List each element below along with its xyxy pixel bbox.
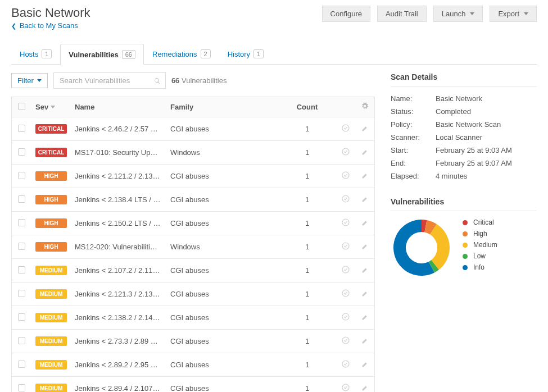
gear-icon[interactable] — [361, 102, 369, 110]
caret-down-icon — [37, 79, 42, 82]
clock-icon[interactable] — [341, 383, 350, 392]
legend-dot-icon — [463, 220, 468, 225]
table-row[interactable]: MEDIUMJenkins < 2.89.2 / 2.95 Multip…CGI… — [11, 353, 375, 377]
col-count[interactable]: Count — [278, 103, 336, 111]
row-checkbox[interactable] — [18, 243, 25, 250]
detail-value: Basic Network Scan — [436, 120, 501, 129]
detail-row: Start:February 25 at 9:03 AM — [391, 144, 537, 157]
table-row[interactable]: CRITICALMS17-010: Security Update f…Wind… — [11, 141, 375, 165]
vuln-name: MS17-010: Security Update f… — [70, 148, 166, 157]
pencil-icon[interactable] — [361, 290, 369, 297]
svg-point-2 — [342, 172, 349, 179]
legend-label: Info — [473, 263, 484, 271]
pencil-icon[interactable] — [361, 172, 369, 179]
clock-icon[interactable] — [341, 265, 350, 274]
tab-remed-badge: 2 — [201, 49, 211, 58]
table-row[interactable]: CRITICALJenkins < 2.46.2 / 2.57 and Je…C… — [11, 117, 375, 141]
row-checkbox[interactable] — [18, 219, 25, 226]
vuln-count: 1 — [278, 195, 336, 204]
pencil-icon[interactable] — [361, 195, 369, 203]
row-checkbox[interactable] — [18, 266, 25, 274]
clock-icon[interactable] — [341, 171, 350, 180]
row-checkbox[interactable] — [18, 195, 25, 203]
table-row[interactable]: HIGHJenkins < 2.138.4 LTS / 2.150.…CGI a… — [11, 188, 375, 212]
severity-badge: MEDIUM — [35, 266, 67, 275]
detail-key: Status: — [391, 107, 436, 116]
detail-key: Start: — [391, 146, 436, 154]
vuln-count: 1 — [278, 219, 336, 227]
tab-history-badge: 1 — [253, 49, 264, 58]
svg-point-10 — [342, 361, 349, 367]
legend-label: High — [473, 230, 487, 238]
severity-badge: MEDIUM — [35, 289, 67, 299]
launch-button[interactable]: Launch — [433, 6, 483, 22]
pencil-icon[interactable] — [361, 148, 369, 156]
vuln-count: 1 — [278, 313, 336, 322]
table-row[interactable]: HIGHMS12-020: Vulnerabilities in …Window… — [11, 235, 375, 259]
vuln-family: Windows — [166, 148, 278, 157]
tab-history[interactable]: History 1 — [219, 43, 273, 64]
clock-icon[interactable] — [341, 218, 350, 227]
pencil-icon[interactable] — [361, 384, 369, 391]
pencil-icon[interactable] — [361, 243, 369, 250]
clock-icon[interactable] — [341, 359, 350, 368]
row-checkbox[interactable] — [18, 125, 25, 132]
row-checkbox[interactable] — [18, 148, 25, 156]
tab-hosts-badge: 1 — [42, 49, 52, 58]
clock-icon[interactable] — [341, 147, 350, 156]
configure-button[interactable]: Configure — [322, 6, 370, 22]
clock-icon[interactable] — [341, 194, 350, 203]
export-button[interactable]: Export — [490, 6, 537, 22]
row-checkbox[interactable] — [18, 172, 25, 179]
tab-remed-label: Remediations — [152, 50, 197, 58]
back-to-scans-link[interactable]: ❮ Back to My Scans — [11, 20, 90, 30]
pencil-icon[interactable] — [361, 266, 369, 274]
table-row[interactable]: MEDIUMJenkins < 2.107.2 / 2.116 Mul…CGI … — [11, 259, 375, 282]
row-checkbox[interactable] — [18, 361, 25, 368]
audit-trail-button[interactable]: Audit Trail — [377, 6, 427, 22]
col-name[interactable]: Name — [70, 103, 166, 111]
detail-row: Scanner:Local Scanner — [391, 131, 537, 144]
row-checkbox[interactable] — [18, 313, 25, 321]
svg-point-4 — [342, 219, 349, 226]
table-row[interactable]: MEDIUMJenkins < 2.73.3 / 2.89 Multip…CGI… — [11, 330, 375, 353]
tab-hosts[interactable]: Hosts 1 — [11, 43, 60, 64]
svg-point-0 — [342, 125, 349, 131]
pencil-icon[interactable] — [361, 337, 369, 344]
tab-vulns-label: Vulnerabilities — [69, 51, 118, 59]
pencil-icon[interactable] — [361, 125, 369, 132]
clock-icon[interactable] — [341, 312, 350, 321]
filter-button[interactable]: Filter — [11, 73, 48, 88]
row-checkbox[interactable] — [18, 337, 25, 344]
table-row[interactable]: MEDIUMJenkins < 2.89.4 / 2.107 Multi…CGI… — [11, 377, 375, 392]
row-checkbox[interactable] — [18, 384, 25, 391]
clock-icon[interactable] — [341, 336, 350, 345]
row-checkbox[interactable] — [18, 290, 25, 297]
tab-remediations[interactable]: Remediations 2 — [144, 43, 219, 64]
pencil-icon[interactable] — [361, 313, 369, 321]
table-row[interactable]: HIGHJenkins < 2.121.2 / 2.133 Mul…CGI ab… — [11, 165, 375, 188]
pencil-icon[interactable] — [361, 361, 369, 368]
detail-value: 4 minutes — [436, 172, 467, 180]
vuln-count: 1 — [278, 148, 336, 157]
vuln-count: 1 — [278, 361, 336, 369]
select-all-checkbox[interactable] — [18, 103, 25, 110]
detail-value: February 25 at 9:03 AM — [436, 146, 512, 154]
result-count-number: 66 — [171, 76, 179, 85]
table-row[interactable]: MEDIUMJenkins < 2.138.2 / 2.146 Mul…CGI … — [11, 306, 375, 330]
tab-vulnerabilities[interactable]: Vulnerabilities 66 — [60, 44, 144, 65]
col-family[interactable]: Family — [166, 103, 278, 111]
search-icon[interactable] — [154, 77, 161, 85]
severity-badge: HIGH — [35, 242, 67, 252]
col-severity[interactable]: Sev — [31, 103, 70, 111]
clock-icon[interactable] — [341, 289, 350, 298]
severity-badge: MEDIUM — [35, 360, 67, 370]
severity-badge: CRITICAL — [35, 124, 67, 134]
clock-icon[interactable] — [341, 241, 350, 250]
clock-icon[interactable] — [341, 124, 350, 133]
table-row[interactable]: HIGHJenkins < 2.150.2 LTS / 2.160 …CGI a… — [11, 212, 375, 235]
pencil-icon[interactable] — [361, 219, 369, 226]
table-row[interactable]: MEDIUMJenkins < 2.121.3 / 2.138 Mul…CGI … — [11, 282, 375, 306]
search-input[interactable] — [60, 73, 154, 88]
vulnerabilities-donut-chart — [391, 217, 452, 279]
